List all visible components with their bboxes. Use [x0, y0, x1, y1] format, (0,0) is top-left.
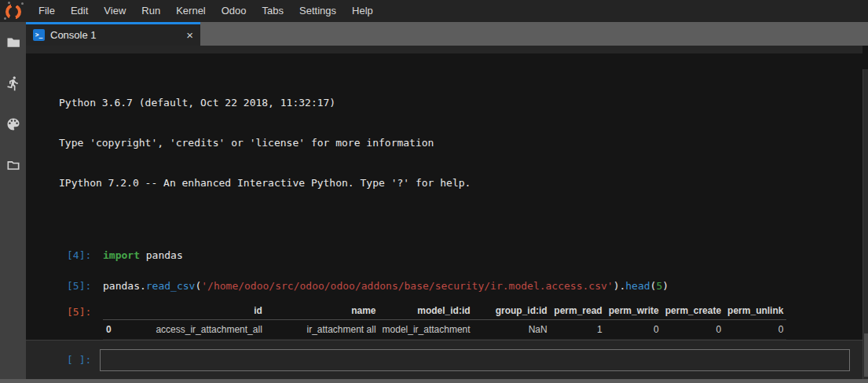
- code-token: pandas.: [103, 280, 146, 292]
- column-header: name: [266, 302, 379, 320]
- logo-dot: [21, 2, 24, 5]
- table-cell: 0: [606, 320, 662, 340]
- file-browser-icon[interactable]: [4, 33, 23, 52]
- column-header: perm_unlink: [724, 302, 786, 320]
- column-header: perm_write: [606, 302, 662, 320]
- column-header: perm_read: [551, 302, 606, 320]
- menu-item-edit[interactable]: Edit: [63, 0, 96, 22]
- menu-item-file[interactable]: File: [31, 0, 63, 22]
- status-bar: [0, 379, 868, 383]
- logo-dot: [4, 17, 6, 20]
- menu-item-help[interactable]: Help: [344, 0, 381, 22]
- menu-item-view[interactable]: View: [96, 0, 134, 22]
- table-cell: 1: [551, 320, 606, 340]
- menu-bar: File Edit View Run Kernel Odoo Tabs Sett…: [0, 0, 868, 22]
- code-token: '/home/odoo/src/odoo/odoo/addons/base/se…: [201, 280, 613, 292]
- banner-line: Python 3.6.7 (default, Oct 22 2018, 11:3…: [59, 96, 863, 109]
- table-cell: ir_attachment all: [266, 320, 379, 340]
- column-header: perm_create: [662, 302, 724, 320]
- console-cell: [5]: pandas.read_csv('/home/odoo/src/odo…: [59, 279, 863, 293]
- menu-item-settings[interactable]: Settings: [291, 0, 344, 22]
- console-content: Python 3.6.7 (default, Oct 22 2018, 11:3…: [26, 53, 863, 340]
- column-header: group_id:id: [474, 302, 551, 320]
- console-prompt-icon: >_: [33, 29, 45, 41]
- column-header: [103, 302, 115, 320]
- dataframe-table: idnamemodel_id:idgroup_id:idperm_readper…: [103, 302, 786, 340]
- table-cell: 0: [662, 320, 724, 340]
- activity-sidebar: [0, 22, 26, 379]
- code-token: read_csv: [146, 280, 196, 292]
- code-token: ).: [613, 280, 626, 292]
- tab-bar: >_ Console 1 ×: [26, 22, 868, 46]
- input-prompt: [5]:: [67, 279, 103, 293]
- ipython-banner: Python 3.6.7 (default, Oct 22 2018, 11:3…: [59, 69, 863, 216]
- menu-item-odoo[interactable]: Odoo: [214, 0, 255, 22]
- table-cell: NaN: [474, 320, 551, 340]
- table-row: 0access_ir_attachment_allir_attachment a…: [103, 320, 786, 340]
- console-code-input[interactable]: [100, 349, 850, 371]
- menu-item-run[interactable]: Run: [134, 0, 168, 22]
- code-token: pandas: [140, 249, 183, 261]
- tab-console-1[interactable]: >_ Console 1 ×: [26, 22, 200, 46]
- console-panel: Python 3.6.7 (default, Oct 22 2018, 11:3…: [26, 46, 868, 379]
- column-header: id: [115, 302, 266, 320]
- table-cell: access_ir_attachment_all: [115, 320, 266, 340]
- table-cell: 0: [724, 320, 786, 340]
- scrollbar-thumb[interactable]: [864, 333, 868, 377]
- column-header: model_id:id: [379, 302, 474, 320]
- code-token: import: [103, 249, 140, 261]
- console-input-area: [ ]:: [26, 340, 863, 379]
- menu-item-tabs[interactable]: Tabs: [255, 0, 291, 22]
- code-line: import pandas: [103, 249, 183, 262]
- dataframe-header: idnamemodel_id:idgroup_id:idperm_readper…: [103, 302, 786, 320]
- code-line: pandas.read_csv('/home/odoo/src/odoo/odo…: [103, 279, 668, 293]
- console-cell: [4]: import pandas: [59, 249, 863, 262]
- output-prompt: [5]:: [67, 302, 103, 340]
- input-prompt: [4]:: [67, 249, 103, 262]
- table-cell: model_ir_attachment: [379, 320, 474, 340]
- banner-line: IPython 7.2.0 -- An enhanced Interactive…: [59, 176, 863, 190]
- tab-label: Console 1: [50, 29, 181, 41]
- command-palette-icon[interactable]: [4, 115, 23, 134]
- code-token: head: [625, 280, 650, 292]
- logo-dot: [8, 2, 10, 4]
- open-tabs-icon[interactable]: [4, 156, 23, 175]
- panel-top-strip: [26, 46, 863, 53]
- code-token: ): [662, 280, 668, 292]
- running-sessions-icon[interactable]: [4, 74, 23, 93]
- odoo-sh-logo-icon: [4, 2, 24, 22]
- scrollbar[interactable]: [863, 69, 868, 379]
- banner-line: Type 'copyright', 'credits' or 'license'…: [59, 136, 863, 149]
- menu-item-kernel[interactable]: Kernel: [168, 0, 214, 22]
- empty-input-prompt: [ ]:: [67, 354, 100, 366]
- logo-ring: [5, 4, 21, 20]
- row-index: 0: [103, 320, 115, 340]
- close-icon[interactable]: ×: [186, 29, 193, 41]
- console-output: [5]: idnamemodel_id:idgroup_id:idperm_re…: [59, 302, 863, 340]
- main-area: >_ Console 1 × Python 3.6.7 (default, Oc…: [26, 22, 868, 379]
